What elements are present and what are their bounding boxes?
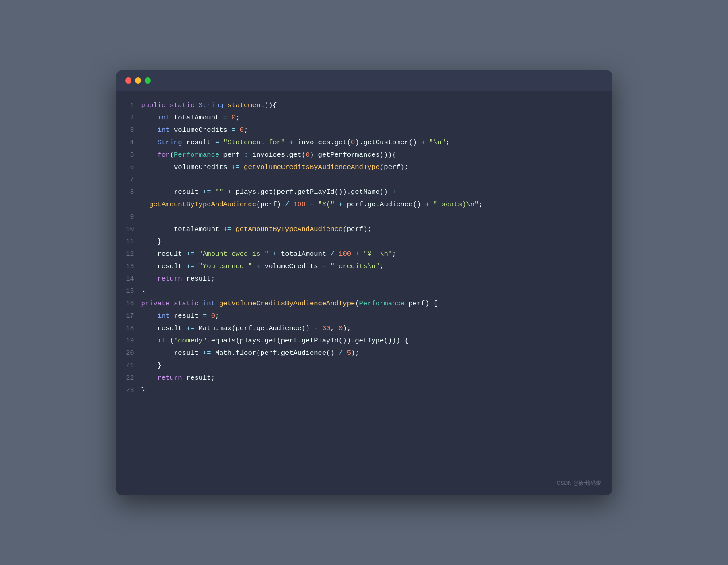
line-8: 8 result += "" + plays.get(perf.getPlayI… [125,186,599,199]
line-10: 10 totalAmount += getAmountByTypeAndAudi… [125,223,599,236]
line-4: 4 String result = "Statement for" + invo… [125,137,599,149]
watermark: CSDN @徐州|码农 [557,480,601,487]
code-area: 1 public static String statement(){ 2 in… [116,91,612,410]
line-18: 18 result += Math.max(perf.getAudience()… [125,323,599,335]
line-3: 3 int volumeCredits = 0; [125,124,599,137]
line-12: 12 result += "Amount owed is " + totalAm… [125,248,599,261]
line-22: 22 return result; [125,372,599,384]
line-9: 9 [125,211,599,223]
line-23: 23 } [125,384,599,397]
line-15: 15 } [125,285,599,298]
code-window: 1 public static String statement(){ 2 in… [116,70,612,495]
line-20: 20 result += Math.floor(perf.getAudience… [125,347,599,360]
line-6: 6 volumeCredits += getVolumeCreditsByAud… [125,161,599,174]
maximize-button[interactable] [145,77,151,84]
line-7: 7 [125,174,599,186]
line-8-cont: getAmountByTypeAndAudience(perf) / 100 +… [125,199,599,211]
line-11: 11 } [125,236,599,248]
line-2: 2 int totalAmount = 0; [125,112,599,124]
close-button[interactable] [125,77,131,84]
minimize-button[interactable] [135,77,141,84]
titlebar [116,70,612,91]
line-17: 17 int result = 0; [125,310,599,323]
line-16: 16 private static int getVolumeCreditsBy… [125,298,599,310]
line-1: 1 public static String statement(){ [125,100,599,112]
line-21: 21 } [125,360,599,372]
line-5: 5 for(Performance perf : invoices.get(0)… [125,149,599,161]
line-13: 13 result += "You earned " + volumeCredi… [125,261,599,273]
line-14: 14 return result; [125,273,599,285]
line-19: 19 if ("comedy".equals(plays.get(perf.ge… [125,335,599,347]
